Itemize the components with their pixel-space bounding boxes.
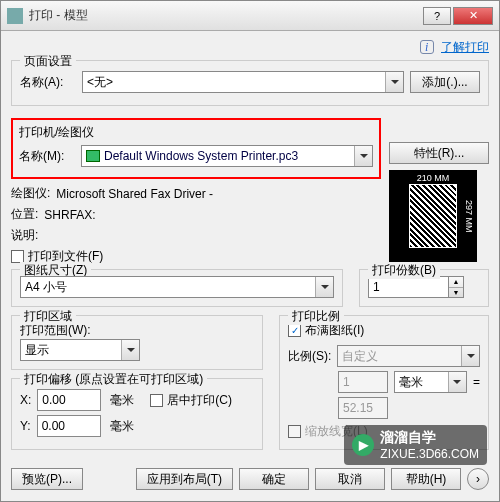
stepper-up-icon[interactable]: ▲ <box>449 277 463 288</box>
add-button[interactable]: 添加(.)... <box>410 71 480 93</box>
printer-highlight-box: 打印机/绘图仪 名称(M): Default Windows System Pr… <box>11 118 381 179</box>
copies-input[interactable] <box>368 276 448 298</box>
window-title: 打印 - 模型 <box>29 7 421 24</box>
app-icon <box>7 8 23 24</box>
scope-select[interactable]: 显示 <box>20 339 140 361</box>
paper-size-value: A4 小号 <box>25 279 67 296</box>
drawing-units-input <box>338 397 388 419</box>
ratio-value: 自定义 <box>342 348 378 365</box>
properties-button[interactable]: 特性(R)... <box>389 142 489 164</box>
print-area-group: 打印区域 打印范围(W): 显示 <box>11 315 263 370</box>
preview-button[interactable]: 预览(P)... <box>11 468 83 490</box>
location-label: 位置: <box>11 206 38 223</box>
offset-legend: 打印偏移 (原点设置在可打印区域) <box>20 371 207 388</box>
plotter-value: Microsoft Shared Fax Driver - <box>56 187 213 201</box>
watermark-icon: ▶ <box>352 434 374 456</box>
printer-icon <box>86 150 100 162</box>
unit-select[interactable]: 毫米 <box>394 371 467 393</box>
ratio-label: 比例(S): <box>288 348 331 365</box>
y-label: Y: <box>20 419 31 433</box>
copies-stepper[interactable]: ▲▼ <box>368 276 480 298</box>
help-button[interactable]: ? <box>423 7 451 25</box>
x-input[interactable] <box>37 389 101 411</box>
units-input <box>338 371 388 393</box>
chevron-down-icon <box>354 146 372 166</box>
chevron-down-icon <box>461 346 479 366</box>
page-name-select[interactable]: <无> <box>82 71 404 93</box>
area-legend: 打印区域 <box>20 308 76 325</box>
page-setup-group: 页面设置 名称(A): <无> 添加(.)... <box>11 60 489 106</box>
printer-name-select[interactable]: Default Windows System Printer.pc3 <box>81 145 373 167</box>
paper-size-group: 图纸尺寸(Z) A4 小号 <box>11 269 343 307</box>
watermark-brand: 溜溜自学 <box>380 429 479 447</box>
chevron-down-icon <box>315 277 333 297</box>
cancel-button[interactable]: 取消 <box>315 468 385 490</box>
x-unit: 毫米 <box>110 392 134 409</box>
ratio-select: 自定义 <box>337 345 480 367</box>
scope-value: 显示 <box>25 342 49 359</box>
location-value: SHRFAX: <box>44 208 95 222</box>
paper-preview: 210 MM 297 MM <box>389 170 477 262</box>
paper-size-select[interactable]: A4 小号 <box>20 276 334 298</box>
desc-label: 说明: <box>11 227 38 244</box>
chevron-down-icon <box>385 72 403 92</box>
apply-layout-button[interactable]: 应用到布局(T) <box>136 468 233 490</box>
close-button[interactable]: ✕ <box>453 7 493 25</box>
y-unit: 毫米 <box>110 418 134 435</box>
equals-label: = <box>473 375 480 389</box>
chevron-down-icon <box>448 372 466 392</box>
page-setup-legend: 页面设置 <box>20 53 76 70</box>
help-button-footer[interactable]: 帮助(H) <box>391 468 461 490</box>
unit-value: 毫米 <box>399 374 423 391</box>
copies-group: 打印份数(B) ▲▼ <box>359 269 489 307</box>
copies-legend: 打印份数(B) <box>368 262 440 279</box>
offset-group: 打印偏移 (原点设置在可打印区域) X: 毫米 居中打印(C) Y: 毫米 <box>11 378 263 450</box>
info-icon: i <box>420 40 434 54</box>
x-label: X: <box>20 393 31 407</box>
ok-button[interactable]: 确定 <box>239 468 309 490</box>
expand-button[interactable]: › <box>467 468 489 490</box>
watermark: ▶ 溜溜自学 ZIXUE.3D66.COM <box>344 425 487 465</box>
preview-height: 297 MM <box>464 171 474 261</box>
printer-legend: 打印机/绘图仪 <box>19 124 373 141</box>
plotter-label: 绘图仪: <box>11 185 50 202</box>
chevron-down-icon <box>121 340 139 360</box>
center-checkbox[interactable]: 居中打印(C) <box>150 392 232 409</box>
page-name-value: <无> <box>87 74 113 91</box>
sheet-icon <box>409 184 457 248</box>
watermark-site: ZIXUE.3D66.COM <box>380 447 479 461</box>
printer-name-label: 名称(M): <box>19 148 75 165</box>
help-link[interactable]: 了解打印 <box>441 40 489 54</box>
scale-legend: 打印比例 <box>288 308 344 325</box>
y-input[interactable] <box>37 415 101 437</box>
page-name-label: 名称(A): <box>20 74 76 91</box>
printer-name-value: Default Windows System Printer.pc3 <box>104 149 298 163</box>
stepper-down-icon[interactable]: ▼ <box>449 288 463 298</box>
